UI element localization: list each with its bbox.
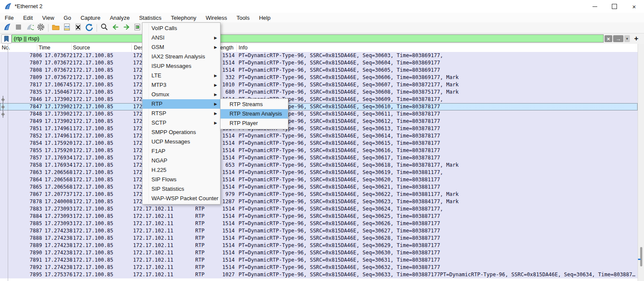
filter-apply-button[interactable]: → (613, 35, 623, 42)
packet-source: 172.17.100.85 (73, 67, 113, 73)
col-source-header[interactable]: Source (73, 45, 90, 51)
packet-row-7852[interactable]: 785217.174961172.17.100.85172.17.102.11R… (0, 132, 638, 140)
col-time-header[interactable]: Time (39, 45, 50, 51)
packet-row-7884[interactable]: 788417.273093172.17.100.85172.17.102.11R… (0, 213, 638, 220)
start-capture-button[interactable] (2, 23, 12, 33)
telephony-menu-item-isup-messages[interactable]: ISUP Messages (142, 61, 220, 71)
go-to-packet-button[interactable] (133, 23, 143, 33)
telephony-menu-item-smpp-operations[interactable]: SMPP Operations (142, 128, 220, 137)
minimize-button[interactable] (585, 0, 605, 13)
col-info-header[interactable]: Info (239, 45, 248, 51)
packet-row-7806[interactable]: 780617.073672172.17.100.85172.17.102.11R… (0, 52, 638, 59)
submenu-arrow-icon: ▶ (214, 99, 217, 109)
packet-row-7847[interactable]: 784717.173902172.17.100.85172.17.102.11R… (0, 103, 638, 110)
telephony-menu-item-mtp3[interactable]: MTP3▶ (142, 80, 220, 90)
packet-row-7858[interactable]: 785817.176934172.17.100.85172.17.102.11R… (0, 162, 638, 169)
packet-row-7864[interactable]: 786417.206568172.17.100.85172.17.102.11R… (0, 176, 638, 183)
stop-capture-button[interactable] (13, 23, 24, 33)
packet-info: PT=DynamicRTP-Type-96, SSRC=0x815DA46E, … (239, 140, 440, 146)
packet-row-7867[interactable]: 786717.207737172.17.100.85172.17.102.11R… (0, 191, 638, 198)
packet-row-7883[interactable]: 788317.273093172.17.100.85172.17.102.11R… (0, 205, 638, 213)
packet-row-7890[interactable]: 789017.274238172.17.100.85172.17.102.11R… (0, 249, 638, 257)
save-file-button[interactable]: 010 (62, 23, 72, 33)
telephony-menu-item-lte[interactable]: LTE▶ (142, 71, 220, 80)
capture-options-button[interactable] (36, 23, 46, 33)
telephony-menu-item-ucp-messages[interactable]: UCP Messages (142, 137, 220, 147)
telephony-menu-item-f1ap[interactable]: F1AP (142, 147, 220, 156)
packet-row-7863[interactable]: 786317.206568172.17.100.85172.17.102.11R… (0, 169, 638, 176)
telephony-menu-item-gsm[interactable]: GSM▶ (142, 43, 220, 52)
telephony-menu-item-sip-flows[interactable]: SIP Flows (142, 175, 220, 184)
telephony-menu-item-ansi[interactable]: ANSI▶ (142, 33, 220, 43)
packet-row-7808[interactable]: 780817.073672172.17.100.85172.17.102.11R… (0, 67, 638, 74)
col-no-header[interactable]: No. (2, 45, 10, 51)
close-file-button[interactable] (73, 23, 83, 33)
menubar-item-telephony[interactable]: Telephony (166, 13, 201, 22)
menubar-item-analyze[interactable]: Analyze (105, 13, 134, 22)
packet-row-7807[interactable]: 780717.073672172.17.100.85172.17.102.11R… (0, 59, 638, 67)
reload-button[interactable] (84, 23, 94, 33)
packet-row-7851[interactable]: 785117.174961172.17.100.85172.17.102.11R… (0, 125, 638, 132)
packet-row-7885[interactable]: 788517.273093172.17.100.85172.17.102.11R… (0, 220, 638, 227)
goto-packet-icon (133, 23, 142, 33)
vertical-scrollbar[interactable] (638, 44, 644, 281)
packet-row-7848[interactable]: 784817.173902172.17.100.85172.17.102.11R… (0, 110, 638, 118)
find-packet-button[interactable] (99, 23, 109, 33)
telephony-menu-item-osmux[interactable]: Osmux▶ (142, 90, 220, 99)
go-back-button[interactable] (110, 23, 121, 33)
filter-clear-button[interactable]: × (605, 35, 612, 42)
packet-row-7846[interactable]: 784617.173902172.17.100.85172.17.102.11R… (0, 96, 638, 103)
open-file-button[interactable] (51, 23, 61, 33)
rtp-submenu-item-rtp-stream-analysis[interactable]: RTP Stream Analysis (221, 109, 288, 119)
packet-row-7878[interactable]: 787817.240008172.17.100.85172.17.102.11R… (0, 198, 638, 205)
menubar-item-help[interactable]: Help (254, 13, 275, 22)
packet-row-7854[interactable]: 785417.175920172.17.100.85172.17.102.11R… (0, 140, 638, 147)
telephony-menu-item-sctp[interactable]: SCTP▶ (142, 118, 220, 128)
rtp-submenu: RTP StreamsRTP Stream AnalysisRTP Player (220, 98, 288, 129)
packet-row-7809[interactable]: 780917.073672172.17.100.85172.17.102.11R… (0, 74, 638, 81)
menubar-item-view[interactable]: View (37, 13, 59, 22)
packet-row-7855[interactable]: 785517.175920172.17.100.85172.17.102.11R… (0, 147, 638, 154)
go-forward-button[interactable] (121, 23, 132, 33)
rtp-submenu-item-rtp-player[interactable]: RTP Player (221, 119, 288, 128)
restart-capture-button[interactable] (24, 23, 35, 33)
menubar-item-capture[interactable]: Capture (76, 13, 105, 22)
menubar-item-file[interactable]: File (0, 13, 18, 22)
rtp-submenu-item-rtp-streams[interactable]: RTP Streams (221, 100, 288, 109)
filter-dropdown-caret[interactable]: ▾ (624, 35, 630, 42)
telephony-menu-item-sip-statistics[interactable]: SIP Statistics (142, 184, 220, 194)
filter-add-button[interactable]: + (632, 35, 640, 42)
packet-row-7895[interactable]: 789517.275376172.17.100.85172.17.102.11R… (0, 271, 638, 278)
menubar-item-go[interactable]: Go (59, 13, 76, 22)
packet-row-7849[interactable]: 784917.173902172.17.100.85172.17.102.11R… (0, 118, 638, 125)
filter-input[interactable]: (rtp || rtsp) (12, 34, 604, 43)
packet-row-7887[interactable]: 788717.274238172.17.100.85172.17.102.11R… (0, 227, 638, 235)
packet-row-7892[interactable]: 789217.274238172.17.100.85172.17.102.11R… (0, 264, 638, 271)
telephony-menu-item-ngap[interactable]: NGAP (142, 156, 220, 165)
menubar-item-statistics[interactable]: Statistics (134, 13, 166, 22)
packet-source: 172.17.100.85 (73, 235, 113, 241)
packet-row-7888[interactable]: 788817.274238172.17.100.85172.17.102.11R… (0, 235, 638, 242)
packet-row-7857[interactable]: 785717.176934172.17.100.85172.17.102.11R… (0, 154, 638, 162)
menubar-item-wireless[interactable]: Wireless (201, 13, 232, 22)
telephony-menu-item-h-225[interactable]: H.225 (142, 165, 220, 175)
filter-bookmark-button[interactable] (1, 34, 12, 43)
packet-row-7835[interactable]: 783517.150467172.17.100.85172.17.102.11R… (0, 89, 638, 96)
close-button[interactable]: × (624, 0, 644, 13)
telephony-menu-item-iax2-stream-analysis[interactable]: IAX2 Stream Analysis (142, 52, 220, 61)
packet-info: PT=DynamicRTP-Type-96, SSRC=0x815DA46E, … (239, 162, 459, 168)
telephony-menu-item-voip-calls[interactable]: VoIP Calls (142, 24, 220, 33)
packet-row-7817[interactable]: 781717.106745172.17.100.85172.17.102.11R… (0, 81, 638, 89)
packet-info: PT=DynamicRTP-Type-96, SSRC=0x815DA46E, … (239, 67, 440, 73)
telephony-menu-item-rtsp[interactable]: RTSP▶ (142, 109, 220, 118)
menubar-item-edit[interactable]: Edit (18, 13, 37, 22)
packet-row-7889[interactable]: 788917.274238172.17.100.85172.17.102.11R… (0, 242, 638, 249)
scrollbar-thumb[interactable] (640, 247, 642, 266)
packet-row-7865[interactable]: 786517.206568172.17.100.85172.17.102.11R… (0, 183, 638, 191)
maximize-button[interactable] (605, 0, 624, 13)
telephony-menu-item-wap-wsp-packet-counter[interactable]: WAP-WSP Packet Counter (142, 194, 220, 203)
packet-time: 17.174961 (45, 133, 73, 139)
packet-row-7891[interactable]: 789117.274238172.17.100.85172.17.102.11R… (0, 257, 638, 264)
menubar-item-tools[interactable]: Tools (232, 13, 254, 22)
telephony-menu-item-rtp[interactable]: RTP▶ (142, 99, 220, 109)
